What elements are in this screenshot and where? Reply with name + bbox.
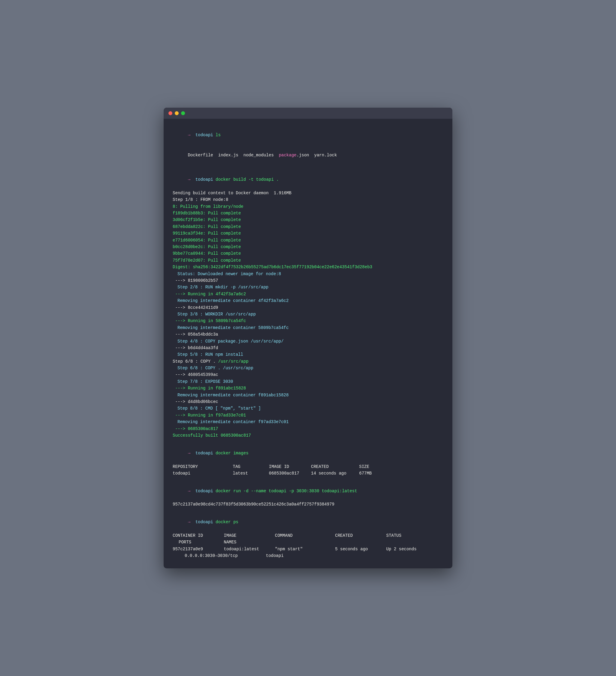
- terminal-body: → todoapi ls Dockerfile index.js node_mo…: [164, 119, 452, 568]
- images-id: 0685300ac817: [269, 470, 311, 476]
- images-col-created-header: CREATED: [311, 463, 359, 470]
- build-success-1: ---> 0685300ac817: [173, 426, 443, 432]
- build-step5: ---> b6d4dd4aa3fd: [173, 345, 443, 351]
- ls-output: Dockerfile index.js node_modules package…: [173, 145, 443, 165]
- prompt-4: →: [188, 489, 190, 494]
- images-size: 677MB: [359, 470, 383, 476]
- build-running-3: Step 5/8 : RUN npm install: [173, 351, 443, 358]
- terminal-window: → todoapi ls Dockerfile index.js node_mo…: [164, 108, 452, 568]
- prompt-1: →: [188, 132, 190, 137]
- images-data-row: todoapi latest 0685300ac817 14 seconds a…: [173, 470, 443, 476]
- build-step8: ---> d4d8bd06bcec: [173, 398, 443, 405]
- ps-header-row: CONTAINER ID IMAGE COMMAND CREATED STATU…: [173, 532, 443, 539]
- ps-container-id: 957c2137a0e9: [173, 546, 224, 552]
- build-status: Digest: sha256:3422df4f7532b26b55275ad7b…: [173, 264, 443, 270]
- build-step3: ---> 8cce442411d9: [173, 304, 443, 311]
- build-line-4: f189db1b88b3: Pull complete: [173, 210, 443, 217]
- ps-col-ports-header: PORTS: [173, 539, 224, 546]
- ps-data-row: 957c2137a0e9 todoapi:latest "npm start" …: [173, 546, 443, 552]
- build-arrow-2: Removing intermediate container 4f42f3a7…: [173, 297, 443, 304]
- prompt-3: →: [188, 451, 190, 456]
- build-running-5: Step 8/8 : CMD [ "npm", "start" ]: [173, 405, 443, 412]
- build-line-3: 8: Pulling from library/node: [173, 203, 443, 210]
- build-arrow-4: Step 4/8 : COPY package.json /usr/src/ap…: [173, 338, 443, 345]
- prompt-5: →: [188, 520, 190, 524]
- gap-3: [173, 476, 443, 481]
- images-table: REPOSITORY TAG IMAGE ID CREATED SIZE tod…: [173, 463, 443, 477]
- ps-image: todoapi:latest: [224, 546, 275, 552]
- images-tag: latest: [233, 470, 269, 476]
- build-step7: ---> 4680545399ac: [173, 372, 443, 378]
- gap-4: [173, 508, 443, 512]
- images-repo: todoapi: [173, 470, 233, 476]
- cmd-line-4: → todoapi docker run -d --name todoapi -…: [173, 481, 443, 501]
- images-col-repo-header: REPOSITORY: [173, 463, 233, 470]
- minimize-button[interactable]: [175, 111, 179, 115]
- build-line-10: 9bbe77ca0944: Pull complete: [173, 250, 443, 257]
- build-removing-1: ---> Running in 4f42f3a7a6c2: [173, 291, 443, 297]
- build-success-2: Successfully built 0685300ac817: [173, 432, 443, 439]
- build-line-9: b0cc28d0be2c: Pull complete: [173, 243, 443, 250]
- close-button[interactable]: [168, 111, 172, 115]
- build-removing-2: ---> Running in 5809b7ca54fc: [173, 318, 443, 324]
- build-arrow-6: Removing intermediate container f891abc1…: [173, 392, 443, 398]
- ps-command: "npm start": [275, 546, 335, 552]
- build-arrow-3: Removing intermediate container 5809b7ca…: [173, 325, 443, 331]
- cmd-line-2: → todoapi docker build -t todoapi .: [173, 170, 443, 190]
- build-step4: ---> 058a54bddc3a: [173, 331, 443, 338]
- images-col-imgid-header: IMAGE ID: [269, 463, 311, 470]
- run-output: 957c2137a0e98cd4c737f83f5d3063b90ce52251…: [173, 501, 443, 508]
- cmd-line-5: → todoapi docker ps: [173, 512, 443, 532]
- ps-col-names-header: NAMES: [224, 539, 275, 546]
- ps-col-status-header: STATUS: [386, 532, 422, 539]
- build-step2: ---> 8198006b2b57: [173, 277, 443, 284]
- images-col-tag-header: TAG: [233, 463, 269, 470]
- ps-ports-row: 0.0.0.0:3030→3030/tcp todoapi: [173, 552, 443, 559]
- build-line-1: Sending build context to Docker daemon 1…: [173, 190, 443, 196]
- ps-col-cid-header: CONTAINER ID: [173, 532, 224, 539]
- build-line-2: Step 1/8 : FROM node:8: [173, 196, 443, 203]
- maximize-button[interactable]: [181, 111, 185, 115]
- build-step6: Step 6/8 : COPY . /usr/src/app: [173, 358, 443, 365]
- ps-table: CONTAINER ID IMAGE COMMAND CREATED STATU…: [173, 532, 443, 559]
- cmd-line-1: → todoapi ls: [173, 125, 443, 145]
- build-arrow-1: Status: Downloaded newer image for node:…: [173, 271, 443, 277]
- build-running-2: Step 3/8 : WORKDIR /usr/src/app: [173, 311, 443, 318]
- build-running-4: Step 7/8 : EXPOSE 3030: [173, 378, 443, 385]
- ps-col-created-header: CREATED: [335, 532, 386, 539]
- build-removing-4: ---> Running in f97ad33e7c01: [173, 412, 443, 418]
- cmd-line-3: → todoapi docker images: [173, 443, 443, 463]
- ps-status: Up 2 seconds: [386, 546, 422, 552]
- build-arrow-7: Removing intermediate container f97ad33e…: [173, 418, 443, 425]
- ps-subheader-row: PORTS NAMES: [173, 539, 443, 546]
- build-line-6: 687ebdda822c: Pull complete: [173, 223, 443, 230]
- build-line-7: 99119ca3f34e: Pull complete: [173, 230, 443, 237]
- titlebar: [164, 108, 452, 119]
- build-arrow-5: Step 6/8 : COPY . /usr/src/app: [173, 365, 443, 372]
- gap-2: [173, 439, 443, 443]
- ps-created: 5 seconds ago: [335, 546, 386, 552]
- images-col-size-header: SIZE: [359, 463, 383, 470]
- gap-1: [173, 165, 443, 170]
- images-header-row: REPOSITORY TAG IMAGE ID CREATED SIZE: [173, 463, 443, 470]
- images-created: 14 seconds ago: [311, 470, 359, 476]
- build-line-5: 3d06cf2f1b5e: Pull complete: [173, 217, 443, 223]
- ps-names: todoapi: [266, 552, 302, 559]
- ps-col-command-header: COMMAND: [275, 532, 335, 539]
- build-line-8: e771d6006054: Pull complete: [173, 237, 443, 243]
- build-removing-3: ---> Running in f891abc15828: [173, 385, 443, 392]
- build-digest: 75f7d70e2d07: Pull complete: [173, 257, 443, 264]
- build-running-1: Step 2/8 : RUN mkdir -p /usr/src/app: [173, 284, 443, 290]
- prompt-2: →: [188, 177, 190, 182]
- ps-ports: 0.0.0.0:3030→3030/tcp: [173, 552, 266, 559]
- ps-col-image-header: IMAGE: [224, 532, 275, 539]
